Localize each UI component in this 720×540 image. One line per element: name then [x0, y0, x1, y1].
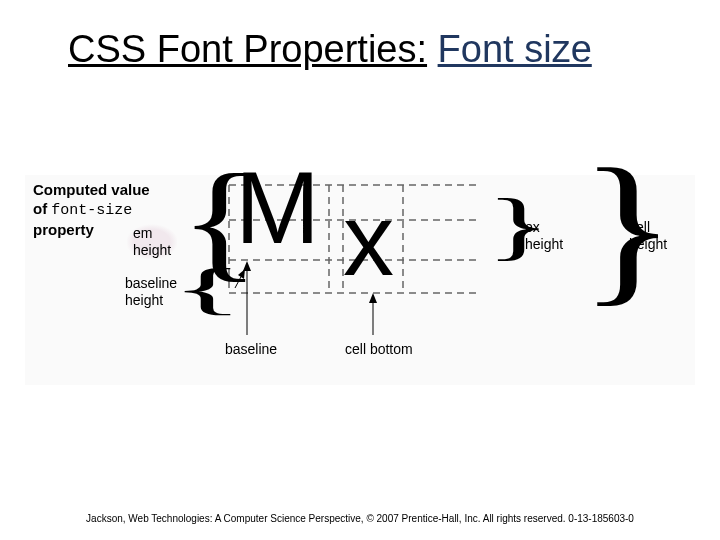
glyph-x: x	[343, 189, 394, 291]
cell-height-text: cellheight	[629, 219, 667, 252]
brace-baseline-icon: {	[171, 261, 244, 317]
font-size-diagram: M x { { } } Computed value of font-size …	[25, 175, 695, 385]
title-sub: Font size	[438, 28, 592, 70]
cell-height-label: cellheight	[629, 219, 667, 253]
em-height-text: emheight	[133, 225, 171, 258]
cell-bottom-label: cell bottom	[345, 341, 413, 358]
title-main: CSS Font Properties:	[68, 28, 427, 70]
computed-line2-code: font-size	[51, 202, 132, 219]
baseline-height-label: baselineheight	[125, 275, 177, 309]
computed-line1: Computed value	[33, 181, 150, 198]
baseline-height-text: baselineheight	[125, 275, 177, 308]
slide-title: CSS Font Properties: Font size	[68, 28, 690, 71]
computed-line3: property	[33, 221, 94, 238]
em-height-label: emheight	[127, 223, 177, 261]
slide: CSS Font Properties: Font size	[0, 0, 720, 540]
footer-citation: Jackson, Web Technologies: A Computer Sc…	[0, 513, 720, 524]
computed-line2-of: of	[33, 200, 51, 217]
baseline-label: baseline	[225, 341, 277, 358]
ex-height-label: exheight	[525, 219, 563, 253]
ex-height-text: exheight	[525, 219, 563, 252]
